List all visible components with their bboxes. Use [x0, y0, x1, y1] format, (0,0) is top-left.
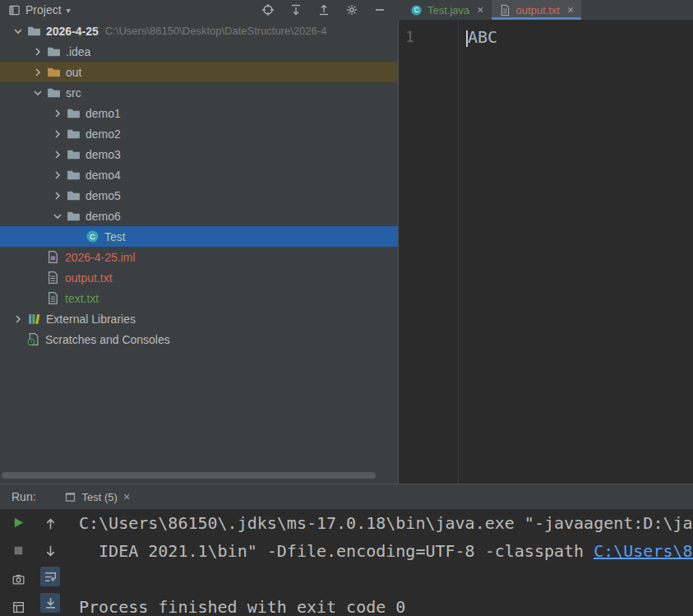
project-panel: 2026-4-25C:\Users\86150\Desktop\DateStru… [0, 20, 398, 484]
main-area: 2026-4-25C:\Users\86150\Desktop\DateStru… [0, 20, 693, 484]
tree-item-test[interactable]: CTest [0, 226, 398, 247]
rerun-button[interactable] [8, 514, 28, 531]
tree-item-label: .idea [66, 45, 90, 58]
locate-file-button[interactable] [261, 3, 275, 16]
restore-layout-button[interactable] [8, 600, 28, 616]
folder-icon [27, 24, 41, 38]
close-icon[interactable]: × [477, 3, 483, 16]
tree-item-idea[interactable]: .idea [0, 41, 398, 62]
folder-icon [67, 188, 81, 202]
chevron-down-icon[interactable]: ▾ [67, 6, 71, 15]
console-line [79, 565, 693, 593]
console-text: Process finished with exit code 0 [79, 597, 405, 616]
tree-item-path: C:\Users\86150\Desktop\DateStructure\202… [105, 25, 327, 37]
project-tool-window-header: Project ▾ [0, 0, 398, 20]
chevron-down-icon[interactable] [51, 210, 64, 223]
run-tool-window: Run: Test (5) × C:\Users\86150\.jdks\ms-… [0, 484, 693, 616]
folder-icon [67, 147, 81, 161]
collapse-all-button[interactable] [317, 3, 330, 16]
tree-item-demo4[interactable]: demo4 [0, 164, 398, 185]
console-icon [64, 491, 76, 503]
up-stack-trace-button[interactable] [40, 514, 60, 534]
run-console[interactable]: C:\Users\86150\.jdks\ms-17.0.18\bin\java… [64, 509, 693, 616]
tree-item-label: demo4 [85, 169, 121, 182]
tree-item-demo5[interactable]: demo5 [0, 185, 398, 206]
chevron-right-icon[interactable] [51, 169, 64, 182]
editor-tab-bar: CTest.java×output.txt× [398, 0, 693, 20]
tree-item-demo3[interactable]: demo3 [0, 144, 398, 164]
soft-wrap-toggle[interactable] [40, 567, 60, 586]
chevron-right-icon[interactable] [51, 127, 64, 141]
folder-icon [67, 209, 81, 223]
run-left-toolbar [0, 509, 36, 616]
folder-icon [67, 106, 81, 120]
chevron-right-icon[interactable] [12, 313, 25, 326]
hide-panel-button[interactable] [373, 3, 386, 16]
run-tab-test[interactable]: Test (5) × [58, 484, 137, 509]
tree-item-label: 2026-4-25.iml [65, 251, 136, 264]
tree-item-label: External Libraries [46, 313, 136, 326]
text-file-icon [499, 4, 511, 16]
expand-all-button[interactable] [289, 3, 303, 16]
tree-item-label: output.txt [65, 271, 113, 285]
chevron-right-icon[interactable] [51, 148, 64, 161]
line-number: 1 [405, 28, 414, 45]
text-file-icon [46, 271, 60, 285]
run-tab-label: Test (5) [82, 491, 118, 503]
stop-button[interactable] [8, 543, 28, 560]
tree-item-src[interactable]: src [0, 82, 398, 103]
tree-item-external-libraries[interactable]: External Libraries [0, 308, 398, 329]
editor-code-area[interactable]: ABC [459, 20, 693, 484]
tree-item-label: src [66, 86, 81, 100]
scroll-to-end-toggle[interactable] [40, 593, 60, 613]
folder-icon [67, 127, 81, 141]
folder-out-icon [47, 65, 61, 79]
console-text: IDEA 2021.1\bin" -Dfile.encoding=UTF-8 -… [79, 541, 594, 561]
tree-item-iml[interactable]: 2026-4-25.iml [0, 247, 398, 267]
tab-label: output.txt [516, 4, 560, 16]
tree-item-scratches[interactable]: Scratches and Consoles [0, 329, 398, 350]
chevron-down-icon[interactable] [31, 86, 44, 100]
down-stack-trace-button[interactable] [40, 540, 60, 560]
folder-icon [67, 168, 81, 182]
horizontal-scrollbar[interactable] [2, 472, 395, 479]
chevron-right-icon[interactable] [31, 66, 44, 79]
chevron-right-icon[interactable] [31, 45, 44, 58]
chevron-right-icon[interactable] [51, 107, 64, 120]
tree-item-label: Test [104, 230, 126, 243]
project-tool-window-icon[interactable] [8, 4, 21, 16]
run-body: C:\Users\86150\.jdks\ms-17.0.18\bin\java… [0, 509, 693, 616]
tree-item-demo6[interactable]: demo6 [0, 206, 398, 226]
scrollbar-thumb[interactable] [2, 472, 376, 479]
console-line: Process finished with exit code 0 [79, 593, 693, 616]
close-icon[interactable]: × [567, 3, 574, 16]
text-file-icon [46, 291, 60, 305]
editor-gutter: 1 [399, 20, 459, 484]
settings-button[interactable] [345, 3, 358, 16]
tree-item-label: demo6 [85, 210, 121, 223]
editor[interactable]: 1 ABC [398, 20, 693, 484]
iml-icon [46, 250, 60, 264]
tree-item-demo2[interactable]: demo2 [0, 123, 398, 144]
scratches-icon [26, 332, 40, 346]
tree-item-label: demo5 [85, 189, 121, 202]
file-link[interactable]: C:\Users\86 [594, 541, 693, 561]
tree-item-output-txt[interactable]: output.txt [0, 267, 398, 288]
dump-threads-button[interactable] [8, 571, 28, 588]
tree-item-label: demo2 [85, 127, 121, 141]
tree-item-text-txt[interactable]: text.txt [0, 288, 398, 308]
tree-item-root[interactable]: 2026-4-25C:\Users\86150\Desktop\DateStru… [0, 21, 398, 41]
close-icon[interactable]: × [123, 490, 130, 503]
java-class-icon: C [410, 4, 423, 16]
editor-tab-output-txt[interactable]: output.txt× [492, 0, 582, 20]
chevron-right-icon[interactable] [51, 189, 64, 202]
chevron-down-icon[interactable] [12, 25, 25, 38]
tree-item-demo1[interactable]: demo1 [0, 103, 398, 123]
console-line: IDEA 2021.1\bin" -Dfile.encoding=UTF-8 -… [79, 537, 693, 565]
project-selector-label[interactable]: Project [25, 3, 62, 16]
editor-text[interactable]: ABC [468, 27, 497, 47]
tree-item-out[interactable]: out [0, 62, 398, 82]
editor-tab-test-java[interactable]: CTest.java× [403, 0, 492, 20]
tree-item-label: text.txt [65, 292, 99, 305]
folder-icon [47, 44, 61, 58]
